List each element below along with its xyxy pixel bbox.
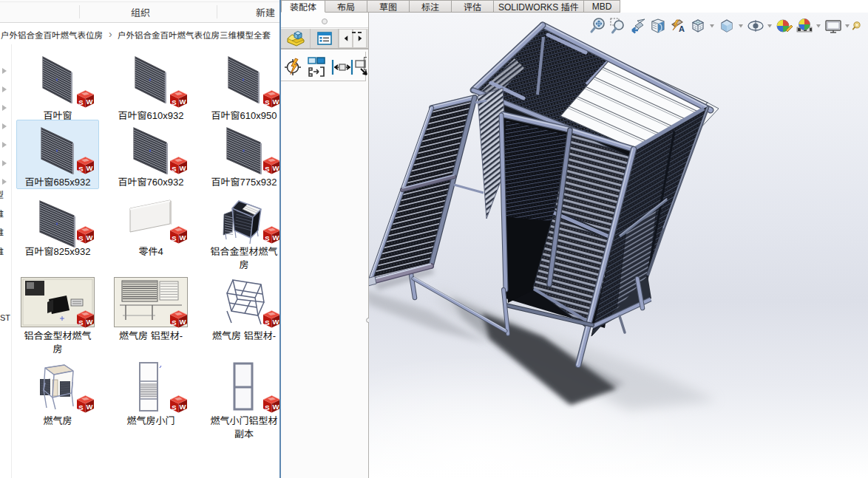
svg-text:W: W [180,318,186,326]
panel-collapse-handle[interactable] [322,18,328,24]
scroll-right-icon [358,35,362,41]
new-folder-button[interactable]: 新建 [256,5,275,19]
view-orientation-dropdown[interactable] [708,16,716,35]
tab-assembly[interactable]: 装配体 [281,0,325,13]
tree-expand-icon[interactable] [2,160,7,166]
breadcrumb-subfolder[interactable]: 户外铝合金百叶燃气表位房三维模型全套 [118,29,271,41]
solidworks-badge: S W [262,226,280,244]
svg-text:A: A [679,24,685,33]
tree-item-label[interactable]: 维 [0,207,4,219]
tree-expand-icon[interactable] [2,105,7,111]
command-bar-separator [79,5,80,18]
door-frame-thumbnail [231,362,257,412]
file-grid: S W 百叶窗 S W 百叶窗610x932 S W [12,44,280,478]
insert-components-icon[interactable] [308,58,325,76]
solidworks-file-icon: S W [169,310,189,328]
file-item-label: 百叶窗760x932 [115,176,187,189]
solidworks-file-icon: S W [169,226,189,244]
display-style-button[interactable] [716,16,736,35]
solidworks-file-icon: S W [75,310,95,328]
zoom-to-fit-button[interactable] [588,16,608,35]
tree-expand-icon[interactable] [2,86,7,92]
solidworks-file-icon: S W [75,90,95,108]
file-item-label: 铝合金型材燃气房 [208,245,280,272]
tree-expand-icon[interactable] [2,68,7,74]
command-bar-divider [0,1,280,2]
solidworks-badge: S W [169,157,189,174]
view-orientation-button[interactable] [688,16,708,35]
tree-item-label[interactable]: 维 [0,225,4,238]
edit-appearance-icon [775,17,794,35]
section-view-icon [649,17,667,35]
svg-text:W: W [180,403,186,411]
command-bar-separator [217,5,217,18]
view-settings-button[interactable] [823,16,843,35]
panel-scroll-left-button[interactable] [339,29,353,48]
tab-solidworks-addins[interactable]: SOLIDWORKS 插件 [494,0,584,13]
view-settings-icon [824,17,843,35]
svg-text:S: S [172,98,176,106]
view-settings-dropdown[interactable] [843,16,852,35]
tree-item-label[interactable]: 维 [0,245,4,257]
tab-sketch[interactable]: 草图 [367,0,410,13]
dropdown-caret-icon [738,24,744,28]
command-manager-tabs: 装配体 布局 草图 标注 评估 SOLIDWORKS 插件 MBD [281,0,620,13]
scroll-left-icon [344,35,348,41]
hide-show-icon [746,17,765,35]
svg-text:W: W [87,98,93,106]
apply-scene-button[interactable] [794,16,814,35]
breadcrumb-folder[interactable]: 户外铝合金百叶燃气表位房 [1,29,103,41]
tab-mbd[interactable]: MBD [584,0,621,13]
tree-item-label[interactable]: 型 [0,188,4,200]
organize-button[interactable]: 组织 [131,5,150,19]
magnify-icon [852,17,862,35]
feature-manager-tab[interactable] [281,29,311,48]
solidworks-badge: S W [75,226,95,244]
dynamic-annotation-button[interactable]: A [668,16,688,35]
assembly-visualization-icon[interactable] [285,58,301,75]
previous-view-button[interactable] [628,16,648,35]
tree-expand-icon[interactable] [2,123,7,129]
section-view-button[interactable] [648,16,668,35]
zoom-to-area-button[interactable] [608,16,628,35]
tree-expand-icon[interactable] [2,179,7,185]
view-orientation-icon [689,17,707,35]
file-item-label: 零件4 [115,245,187,259]
hide-show-items-button[interactable] [745,16,765,35]
solidworks-badge: S W [169,310,189,328]
viewport[interactable]: A [369,13,868,478]
svg-text:S: S [172,318,176,327]
display-style-dropdown[interactable] [736,16,745,35]
property-list-icon [316,30,333,47]
solidworks-file-icon: S W [262,310,280,328]
file-item-label: 燃气房 铝型材- [115,330,187,343]
tab-layout[interactable]: 布局 [325,0,367,13]
file-item-label: 燃气房小门 [115,414,187,428]
solidworks-badge: S W [75,157,95,174]
solidworks-file-icon: S W [169,90,189,108]
tab-evaluate[interactable]: 评估 [452,0,494,13]
svg-text:S: S [172,234,176,242]
svg-text:W: W [87,318,93,326]
assembly-icon [286,30,305,47]
file-item-label: 百叶窗775x932 [208,176,280,189]
tree-expand-icon[interactable] [2,142,7,148]
panel-toolbar-icons [281,52,367,81]
apply-scene-dropdown[interactable] [814,16,823,35]
tree-item-label[interactable]: ST [0,313,10,322]
breadcrumb-separator-icon: › [109,28,112,40]
hide-show-dropdown[interactable] [765,16,774,35]
property-manager-tab[interactable] [311,29,339,48]
solidworks-file-icon: S W [262,90,280,108]
tab-annotate[interactable]: 标注 [410,0,452,13]
magnify-button[interactable] [852,16,862,35]
file-item-label: 燃气房 [21,414,94,428]
svg-text:S: S [78,98,83,106]
solidworks-badge: S W [169,226,189,244]
solidworks-file-icon: S W [169,395,189,413]
solidworks-file-icon: S W [75,395,95,413]
measure-icon[interactable] [333,60,352,75]
dynamic-annotation-icon: A [669,17,687,35]
svg-text:S: S [265,403,269,412]
edit-appearance-button[interactable] [774,16,794,35]
